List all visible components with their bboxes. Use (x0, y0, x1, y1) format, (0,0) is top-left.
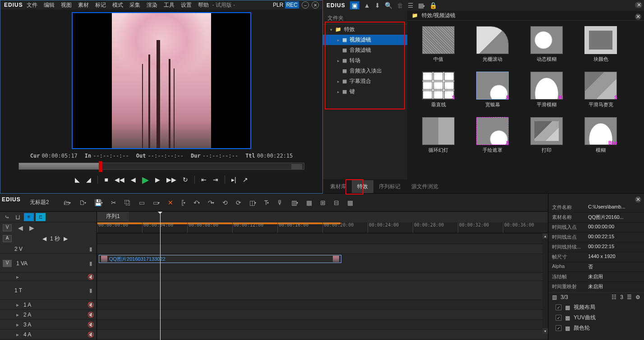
v-header[interactable]: V (3, 224, 12, 231)
search-icon[interactable]: 🔍 (385, 2, 392, 9)
snap-icon[interactable]: ⤷ (3, 213, 12, 222)
prop-row[interactable]: 时间重映射未启用 (548, 282, 644, 292)
tab-effects[interactable]: 特效 (352, 180, 373, 193)
tree-node-transition[interactable]: ▸ ▦ 转场 (323, 55, 407, 66)
lock-icon[interactable]: 🔒 (429, 2, 437, 9)
check-video-layout[interactable]: ✓▦视频布局 (548, 302, 644, 313)
prop-row[interactable]: 时间线入点00:00:00:00 (548, 222, 644, 232)
mute-icon[interactable]: 🔇 (87, 312, 94, 318)
cut-icon[interactable]: ✂ (109, 198, 118, 207)
track-lane-1va[interactable]: ⇄ QQ图片20160317133022 (97, 254, 548, 273)
paste-icon[interactable]: ▭▾ (151, 198, 161, 207)
video-icon[interactable]: ▮ (87, 260, 94, 267)
delete-icon[interactable]: 🗑 (397, 2, 403, 9)
project-title[interactable]: 无标题2 (30, 199, 49, 206)
set-out-icon[interactable]: ◢ (86, 176, 91, 183)
loop-icon[interactable]: ↻ (183, 176, 188, 183)
mute-icon[interactable]: 🔇 (87, 302, 94, 308)
track-1va[interactable]: V 1 VA ▮ (0, 254, 97, 273)
overwrite-mode-icon[interactable]: ⊏ (36, 213, 46, 221)
toggle-a-icon[interactable]: ⟲ (221, 198, 230, 207)
a-header[interactable]: A (3, 235, 12, 242)
prop-row[interactable]: 冻结帧未启用 (548, 272, 644, 282)
prop-row[interactable]: Alpha否 (548, 262, 644, 272)
tab-markers[interactable]: 序列标记 (373, 180, 406, 193)
effect-模糊[interactable]: Blur模糊 (576, 117, 626, 154)
prop-row[interactable]: 素材名称QQ图片20160... (548, 213, 644, 222)
check-color-wheel[interactable]: ✓▦颜色轮 (548, 323, 644, 333)
toggle-b-icon[interactable]: ⟳ (234, 198, 243, 207)
preview-monitor[interactable] (72, 12, 251, 149)
tree-node-key[interactable]: ▸ ▦ 键 (323, 86, 407, 97)
prop-row[interactable]: 帧尺寸1440 x 1920 (548, 252, 644, 262)
list-icon[interactable]: ☷ (612, 294, 616, 300)
prev-frame-icon[interactable]: ◀ (131, 176, 136, 183)
magnet-icon[interactable]: ⊔ (14, 213, 22, 222)
tc-out[interactable]: --:--:--:-- (147, 153, 183, 159)
mute-icon[interactable]: 🔇 (87, 274, 94, 280)
menu-help[interactable]: 帮助 (195, 0, 212, 10)
tab-source[interactable]: 源文件浏览 (406, 180, 444, 193)
tc-ttl[interactable]: 00:00:22:15 (257, 153, 293, 159)
expand-icon[interactable]: ▸ (337, 38, 340, 42)
properties-close-icon[interactable]: ✕ (635, 196, 641, 203)
effect-块颜色[interactable]: 块颜色 (576, 26, 626, 63)
proxy-icon[interactable]: ⊞ (318, 198, 327, 207)
menu-tools[interactable]: 工具 (161, 0, 177, 10)
prev-scale-icon[interactable]: ◀ (16, 223, 25, 232)
preview-scrubber[interactable] (18, 163, 304, 170)
track-select[interactable]: V (3, 260, 12, 267)
render-icon[interactable]: ◫▾ (248, 198, 258, 207)
settings-icon[interactable]: ⚙ (635, 294, 640, 300)
tree-node-audio-filter[interactable]: ▸ ▦ 音频滤镜 (323, 45, 407, 55)
menu-settings[interactable]: 设置 (178, 0, 194, 10)
time-scale[interactable]: ◀1 秒▶ (16, 235, 94, 243)
grid-close-icon[interactable]: ✕ (635, 14, 641, 20)
track-2v[interactable]: 2 V ▮ (0, 244, 97, 254)
fforward-icon[interactable]: ▶▶ (166, 176, 176, 183)
expand-icon[interactable]: ▾ (330, 27, 332, 32)
tc-cur[interactable]: 00:00:05:17 (41, 153, 77, 159)
effect-宽银幕[interactable]: S宽银幕 (468, 72, 517, 108)
mute-icon[interactable]: 🔇 (87, 331, 94, 338)
effect-手绘遮罩[interactable]: S手绘遮罩 (468, 117, 517, 154)
tree-node-audio-fade[interactable]: ▸ ▦ 音频淡入淡出 (323, 66, 407, 76)
tc-dur[interactable]: --:--:--:-- (202, 153, 238, 159)
multicam-icon[interactable]: ▦ (304, 198, 314, 207)
timeline-playhead[interactable] (160, 212, 161, 340)
trim-icon[interactable]: ⟦▾ (179, 198, 187, 207)
menu-clip[interactable]: 素材 (75, 0, 92, 10)
ripple-delete-icon[interactable]: ✕ (166, 198, 175, 207)
voiceover-icon[interactable]: 🎙 (275, 198, 285, 207)
redo-icon[interactable]: ↷▾ (206, 198, 216, 207)
tab-bin[interactable]: 素材库 (325, 180, 352, 193)
menu-icon[interactable]: ☰ (627, 294, 632, 300)
prop-row[interactable]: 时间线持续...00:00:22:15 (548, 242, 644, 252)
open-icon[interactable]: 🗁▾ (62, 198, 73, 207)
set-in-icon[interactable]: ◣ (75, 176, 80, 183)
copy-icon[interactable]: ⿻ (123, 198, 133, 207)
title-icon[interactable]: T▾ (262, 198, 271, 207)
master-icon[interactable]: ▦ (345, 198, 355, 207)
folder-toggle-icon[interactable]: ▣ (350, 1, 359, 9)
track-3a[interactable]: ▸ 3 A 🔇 (0, 320, 97, 330)
menu-view[interactable]: 视图 (58, 0, 74, 10)
track-2a[interactable]: ▸ 2 A 🔇 (0, 310, 97, 320)
menu-edit[interactable]: 编辑 (41, 0, 57, 10)
normalize-icon[interactable]: ⊟ (332, 198, 341, 207)
layout-icon[interactable]: ▥▾ (290, 198, 300, 207)
effect-中值[interactable]: 中值 (414, 26, 463, 63)
plr-rec-toggle[interactable]: PLR REC (273, 2, 299, 8)
up-icon[interactable]: ▲ (364, 2, 370, 9)
next-scale-icon[interactable]: ▶ (28, 223, 36, 232)
menu-file[interactable]: 文件 (24, 0, 40, 10)
effect-垂直线[interactable]: S垂直线 (414, 72, 463, 108)
time-ruler[interactable]: 00:00:00:00 00:00:04:00 00:00:08:00 00:0… (97, 222, 548, 233)
properties-icon[interactable]: ☰ (408, 2, 414, 9)
close-icon[interactable]: ✕ (312, 1, 319, 9)
effect-平滑马赛克[interactable]: S平滑马赛克 (576, 72, 626, 108)
new-icon[interactable]: 🗋▾ (77, 198, 88, 207)
insert-mode-icon[interactable]: ≡ (24, 213, 34, 221)
play-icon[interactable]: ▶ (142, 174, 149, 185)
effect-动态模糊[interactable]: 动态模糊 (522, 26, 571, 63)
